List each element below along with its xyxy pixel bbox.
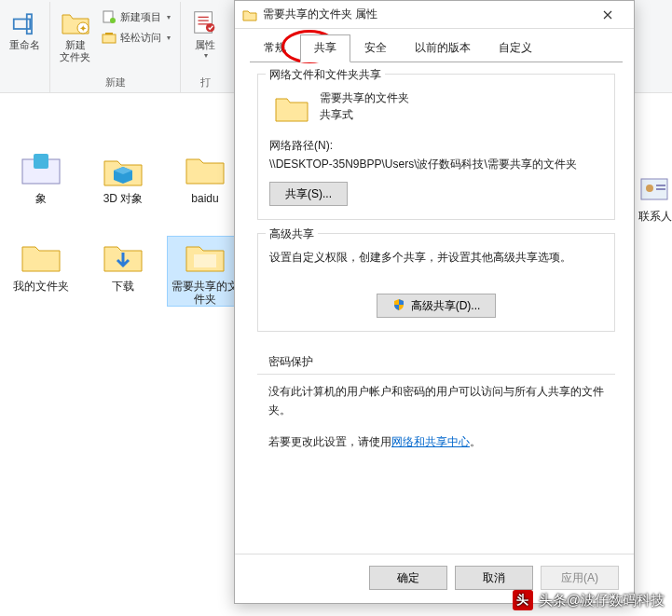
contacts-icon	[639, 175, 671, 207]
new-folder-icon: ✦	[61, 7, 90, 37]
properties-dialog: 需要共享的文件夹 属性 常规 共享 安全 以前的版本 自定义 网络文件和文件夹共…	[234, 0, 635, 604]
svg-rect-12	[194, 254, 216, 267]
svg-rect-10	[34, 154, 48, 169]
folder-item[interactable]: 我的文件夹	[4, 237, 78, 306]
password-desc-2: 若要更改此设置，请使用网络和共享中心。	[268, 432, 604, 451]
ribbon-group-open: 属性 ▾ 打	[181, 2, 229, 92]
ribbon-group-new: ✦ 新建 文件夹 新建项目▾ 轻松访问▾ 新建	[50, 2, 181, 92]
new-folder-button[interactable]: ✦ 新建 文件夹	[56, 6, 94, 65]
tab-customize[interactable]: 自定义	[485, 34, 546, 62]
rename-label: 重命名	[9, 39, 40, 51]
ribbon-group-open-label: 打	[200, 74, 211, 92]
3d-objects-icon	[101, 149, 145, 188]
folder-item[interactable]: 象	[4, 149, 78, 218]
svg-point-8	[206, 23, 214, 32]
tab-security[interactable]: 安全	[350, 34, 401, 62]
folder-icon	[183, 149, 227, 188]
shared-state: 共享式	[320, 106, 409, 123]
svg-rect-6	[103, 34, 116, 43]
tab-general[interactable]: 常规	[250, 34, 300, 62]
section-password-protection: 密码保护 没有此计算机的用户帐户和密码的用户可以访问与所有人共享的文件夹。 若要…	[257, 345, 615, 451]
chevron-down-icon: ▾	[204, 51, 208, 60]
svg-point-14	[646, 185, 653, 192]
new-folder-label: 新建 文件夹	[60, 39, 90, 63]
dialog-titlebar: 需要共享的文件夹 属性	[235, 1, 634, 29]
share-button[interactable]: 共享(S)...	[269, 182, 348, 206]
dialog-tabs: 常规 共享 安全 以前的版本 自定义	[235, 29, 634, 62]
ribbon-group-organize: 重命名	[0, 2, 50, 92]
watermark: 头 头条@波仔数码科技	[513, 590, 665, 610]
easy-access-icon	[102, 30, 117, 45]
downloads-icon	[101, 237, 145, 276]
folder-icon	[242, 7, 257, 22]
svg-point-5	[110, 18, 116, 23]
watermark-badge-icon: 头	[513, 590, 533, 610]
folder-icon	[19, 149, 63, 188]
dialog-title: 需要共享的文件夹 属性	[263, 7, 589, 22]
network-path: \\DESKTOP-35N9BPP\Users\波仔数码科技\需要共享的文件夹	[269, 157, 603, 172]
password-desc: 没有此计算机的用户帐户和密码的用户可以访问与所有人共享的文件夹。	[268, 382, 604, 419]
new-item-icon	[102, 9, 117, 24]
watermark-text: 头条@波仔数码科技	[539, 592, 665, 609]
svg-rect-15	[656, 185, 665, 186]
shared-folder-name: 需要共享的文件夹	[320, 89, 409, 106]
folder-icon	[183, 237, 227, 276]
ribbon-group-new-label: 新建	[105, 74, 126, 92]
rename-icon	[10, 7, 40, 37]
network-path-label: 网络路径(N):	[269, 138, 603, 154]
new-item-button[interactable]: 新建项目▾	[98, 7, 174, 26]
svg-rect-16	[656, 188, 665, 190]
network-sharing-center-link[interactable]: 网络和共享中心	[391, 435, 470, 448]
close-button[interactable]	[589, 2, 626, 28]
dialog-body: 网络文件和文件夹共享 需要共享的文件夹 共享式 网络路径(N): \\DESKT…	[235, 62, 634, 451]
close-icon	[603, 10, 612, 20]
rename-button[interactable]: 重命名	[6, 6, 44, 53]
easy-access-button[interactable]: 轻松访问▾	[98, 28, 174, 47]
properties-icon	[190, 7, 220, 37]
folder-item-selected[interactable]: 需要共享的文件夹	[168, 237, 242, 306]
folder-item[interactable]: 3D 对象	[86, 149, 160, 218]
section-advanced-sharing: 高级共享 设置自定义权限，创建多个共享，并设置其他高级共享选项。 高级共享(D)…	[257, 233, 615, 332]
ok-button[interactable]: 确定	[369, 566, 447, 590]
folder-item[interactable]: 下载	[86, 237, 160, 306]
section-network-sharing: 网络文件和文件夹共享 需要共享的文件夹 共享式 网络路径(N): \\DESKT…	[257, 74, 615, 220]
folder-icon	[273, 89, 310, 127]
cancel-button[interactable]: 取消	[455, 566, 533, 590]
contacts-item[interactable]: 联系人	[638, 175, 672, 225]
advanced-sharing-desc: 设置自定义权限，创建多个共享，并设置其他高级共享选项。	[269, 249, 603, 266]
chevron-down-icon: ▾	[167, 13, 171, 21]
chevron-down-icon: ▾	[167, 34, 171, 42]
svg-text:✦: ✦	[79, 23, 87, 34]
tab-sharing[interactable]: 共享	[300, 34, 350, 62]
properties-button[interactable]: 属性 ▾	[186, 6, 224, 62]
tab-previous-versions[interactable]: 以前的版本	[401, 34, 485, 62]
shield-icon	[392, 298, 405, 314]
advanced-sharing-button[interactable]: 高级共享(D)...	[377, 294, 497, 318]
apply-button[interactable]: 应用(A)	[541, 566, 619, 590]
properties-label: 属性	[195, 39, 215, 51]
folder-item[interactable]: baidu	[168, 149, 242, 218]
folder-icon	[19, 237, 63, 276]
